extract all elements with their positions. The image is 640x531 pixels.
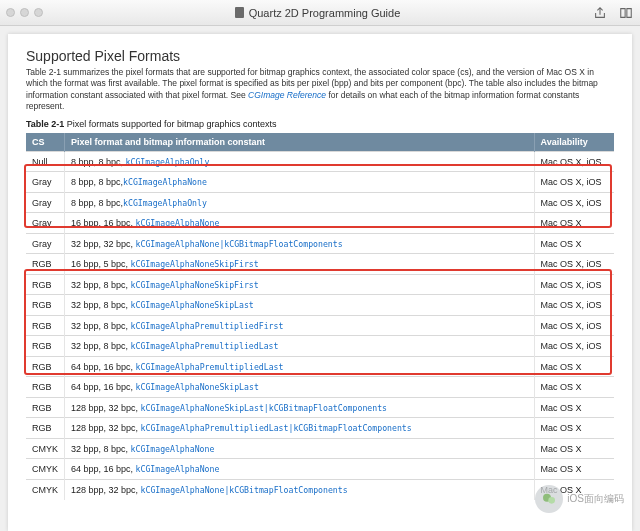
wechat-icon [535,485,563,513]
bookmarks-icon[interactable] [618,5,634,21]
minimize-icon[interactable] [20,8,29,17]
bitmap-constant: kCGImageAlphaPremultipliedLast [136,362,284,372]
table-row: Gray8 bpp, 8 bpc,kCGImageAlphaNoneMac OS… [26,172,614,193]
bitmap-constant: kCGImageAlphaPremultipliedLast [141,423,289,433]
cell-availability: Mac OS X [534,418,614,439]
cell-format: 8 bpp, 8 bpc,kCGImageAlphaOnly [65,192,534,213]
format-prefix: 8 bpp, 8 bpc, [71,198,123,208]
close-icon[interactable] [6,8,15,17]
table-row: RGB64 bpp, 16 bpc, kCGImageAlphaNoneSkip… [26,377,614,398]
cell-availability: Mac OS X, iOS [534,192,614,213]
format-prefix: 32 bpp, 8 bpc, [71,341,131,351]
table-row: CMYK128 bpp, 32 bpc, kCGImageAlphaNone|k… [26,479,614,500]
table-row: CMYK32 bpp, 8 bpc, kCGImageAlphaNoneMac … [26,438,614,459]
format-prefix: 128 bpp, 32 bpc, [71,485,141,495]
cell-cs: RGB [26,274,65,295]
bitmap-constant: kCGImageAlphaNoneSkipLast [136,382,259,392]
section-heading: Supported Pixel Formats [26,48,614,64]
intro-code: cs [460,67,469,77]
table-row: Gray16 bpp, 16 bpc, kCGImageAlphaNoneMac… [26,213,614,234]
table-row: Gray8 bpp, 8 bpc,kCGImageAlphaOnlyMac OS… [26,192,614,213]
format-prefix: 16 bpp, 16 bpc, [71,218,136,228]
format-prefix: 32 bpp, 8 bpc, [71,444,131,454]
cell-cs: CMYK [26,438,65,459]
cell-cs: CMYK [26,459,65,480]
cell-format: 8 bpp, 8 bpc,kCGImageAlphaNone [65,172,534,193]
table-row: RGB32 bpp, 8 bpc, kCGImageAlphaNoneSkipF… [26,274,614,295]
cell-cs: RGB [26,295,65,316]
pixel-formats-table: CS Pixel format and bitmap information c… [26,133,614,500]
cell-cs: RGB [26,418,65,439]
bitmap-constant: kCGImageAlphaNone [136,239,220,249]
cell-format: 32 bpp, 32 bpc, kCGImageAlphaNone|kCGBit… [65,233,534,254]
cell-format: 64 bpp, 16 bpc, kCGImageAlphaNone [65,459,534,480]
bitmap-constant: kCGBitmapFloatComponents [229,485,347,495]
bitmap-constant: kCGBitmapFloatComponents [269,403,387,413]
table-row: Null8 bpp, 8 bpc, kCGImageAlphaOnlyMac O… [26,151,614,172]
table-row: RGB32 bpp, 8 bpc, kCGImageAlphaPremultip… [26,336,614,357]
window-title-text: Quartz 2D Programming Guide [249,7,401,19]
bitmap-constant: kCGImageAlphaPremultipliedLast [131,341,279,351]
intro-text: Table 2-1 summarizes the pixel formats t… [26,67,460,77]
cell-format: 128 bpp, 32 bpc, kCGImageAlphaPremultipl… [65,418,534,439]
traffic-lights [6,8,43,17]
share-icon[interactable] [592,5,608,21]
format-prefix: 32 bpp, 8 bpc, [71,300,131,310]
bitmap-constant: kCGImageAlphaNoneSkipLast [141,403,264,413]
cgimage-reference-link[interactable]: CGImage Reference [248,90,326,100]
cell-availability: Mac OS X, iOS [534,151,614,172]
cell-cs: Gray [26,172,65,193]
cell-cs: Gray [26,233,65,254]
cell-cs: Gray [26,192,65,213]
table-header-row: CS Pixel format and bitmap information c… [26,133,614,152]
cell-format: 8 bpp, 8 bpc, kCGImageAlphaOnly [65,151,534,172]
document-page: Supported Pixel Formats Table 2-1 summar… [8,34,632,531]
watermark: iOS面向编码 [535,485,624,513]
cell-cs: RGB [26,356,65,377]
window-title: Quartz 2D Programming Guide [43,7,592,19]
svg-point-1 [549,497,556,504]
cell-cs: RGB [26,377,65,398]
cell-format: 32 bpp, 8 bpc, kCGImageAlphaPremultiplie… [65,315,534,336]
bitmap-constant: kCGImageAlphaNoneSkipFirst [131,280,259,290]
format-prefix: 32 bpp, 8 bpc, [71,280,131,290]
bitmap-constant: kCGImageAlphaOnly [126,157,210,167]
document-icon [235,7,244,18]
table-row: RGB128 bpp, 32 bpc, kCGImageAlphaPremult… [26,418,614,439]
cell-availability: Mac OS X [534,397,614,418]
table-row: RGB32 bpp, 8 bpc, kCGImageAlphaPremultip… [26,315,614,336]
cell-cs: RGB [26,315,65,336]
table-row: CMYK64 bpp, 16 bpc, kCGImageAlphaNoneMac… [26,459,614,480]
format-prefix: 64 bpp, 16 bpc, [71,382,136,392]
cell-format: 16 bpp, 16 bpc, kCGImageAlphaNone [65,213,534,234]
cell-format: 128 bpp, 32 bpc, kCGImageAlphaNoneSkipLa… [65,397,534,418]
format-prefix: 16 bpp, 5 bpc, [71,259,131,269]
cell-cs: CMYK [26,479,65,500]
cell-availability: Mac OS X, iOS [534,254,614,275]
format-prefix: 8 bpp, 8 bpc, [71,157,126,167]
cell-availability: Mac OS X [534,356,614,377]
intro-paragraph: Table 2-1 summarizes the pixel formats t… [26,67,614,113]
cell-availability: Mac OS X, iOS [534,315,614,336]
cell-availability: Mac OS X [534,213,614,234]
zoom-icon[interactable] [34,8,43,17]
bitmap-constant: kCGImageAlphaNone [123,177,207,187]
cell-format: 128 bpp, 32 bpc, kCGImageAlphaNone|kCGBi… [65,479,534,500]
cell-availability: Mac OS X [534,377,614,398]
format-prefix: 32 bpp, 8 bpc, [71,321,131,331]
col-header-format: Pixel format and bitmap information cons… [65,133,534,152]
bitmap-constant: kCGBitmapFloatComponents [293,423,411,433]
cell-availability: Mac OS X, iOS [534,274,614,295]
table-row: Gray32 bpp, 32 bpc, kCGImageAlphaNone|kC… [26,233,614,254]
table-caption: Table 2-1 Pixel formats supported for bi… [26,119,614,129]
col-header-availability: Availability [534,133,614,152]
cell-format: 64 bpp, 16 bpc, kCGImageAlphaPremultipli… [65,356,534,377]
cell-format: 32 bpp, 8 bpc, kCGImageAlphaNone [65,438,534,459]
bitmap-constant: kCGImageAlphaNone [136,464,220,474]
cell-availability: Mac OS X, iOS [534,172,614,193]
cell-availability: Mac OS X, iOS [534,336,614,357]
bitmap-constant: kCGImageAlphaNone [141,485,225,495]
bitmap-constant: kCGImageAlphaNone [131,444,215,454]
bitmap-constant: kCGImageAlphaNone [136,218,220,228]
bitmap-constant: kCGImageAlphaNoneSkipFirst [131,259,259,269]
